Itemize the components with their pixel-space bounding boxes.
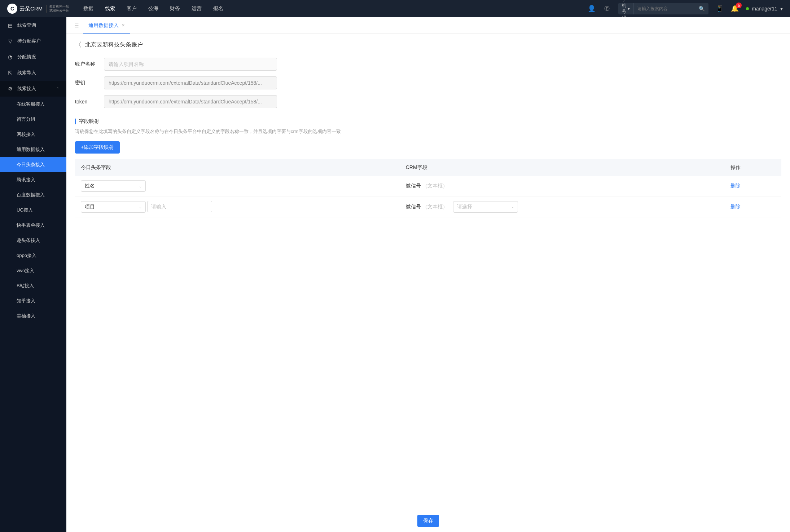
nav-item-2[interactable]: 客户 <box>127 0 137 17</box>
tab-0[interactable]: 通用数据接入✕ <box>83 17 130 34</box>
sidebar-sub-8[interactable]: 快手表单接入 <box>0 218 66 233</box>
sidebar-sub-7[interactable]: UC接入 <box>0 203 66 218</box>
search-input[interactable] <box>634 6 695 11</box>
sidebar-item-3[interactable]: ⇱线索导入 <box>0 65 66 81</box>
account-name-input[interactable] <box>104 58 277 71</box>
sidebar-sub-6[interactable]: 百度数据接入 <box>0 187 66 203</box>
save-button[interactable]: 保存 <box>417 515 439 527</box>
section-title: 字段映射 <box>75 118 781 125</box>
page-title: 北京昱新科技头条账户 <box>85 41 143 49</box>
sidebar-icon: ◔ <box>7 54 13 60</box>
sidebar-sub-9[interactable]: 趣头条接入 <box>0 233 66 248</box>
tt-field-select[interactable]: 姓名⌄ <box>81 180 146 192</box>
table-header-1: CRM字段 <box>400 159 725 176</box>
table-row: 项目⌄ 微信号（文本框） 请选择⌄删除 <box>75 196 781 217</box>
search-box: 手机号码 ▾ 🔍 <box>618 3 708 14</box>
table-header-2: 操作 <box>725 159 781 176</box>
chevron-down-icon: ⌄ <box>139 205 142 209</box>
chevron-icon: ⌃ <box>56 87 59 91</box>
delete-button[interactable]: 删除 <box>730 204 741 209</box>
logo: C 云朵CRM 教育机构一站 式服务云平台 <box>7 4 69 14</box>
token-input[interactable] <box>104 95 277 108</box>
bell-icon[interactable]: 🔔 5 <box>731 5 739 13</box>
header-right: 📱 🔔 5 manager11 ▾ <box>716 5 783 13</box>
logo-text: 云朵CRM <box>19 5 43 12</box>
sidebar-sub-14[interactable]: 美柚接入 <box>0 309 66 324</box>
table-row: 姓名⌄微信号（文本框）删除 <box>75 176 781 196</box>
mobile-icon[interactable]: 📱 <box>716 5 724 13</box>
sidebar-item-0[interactable]: ▤线索查询 <box>0 17 66 33</box>
content-area: 〈 北京昱新科技头条账户 账户名称 密钥 token 字段映射 请确保您在此填写… <box>66 34 790 532</box>
header-quickicons: 👤 ✆ <box>588 5 610 13</box>
sidebar: ▤线索查询▽待分配客户◔分配情况⇱线索导入⚙线索接入⌃在线客服接入留言分组网校接… <box>0 17 66 532</box>
footer-bar: 保存 <box>66 509 790 532</box>
sidebar-item-1[interactable]: ▽待分配客户 <box>0 33 66 49</box>
account-name-label: 账户名称 <box>75 61 104 67</box>
user-add-icon[interactable]: 👤 <box>588 5 596 13</box>
sidebar-sub-3[interactable]: 通用数据接入 <box>0 142 66 157</box>
nav-item-4[interactable]: 财务 <box>170 0 180 17</box>
section-hint: 请确保您在此填写的头条自定义字段名称与在今日头条平台中自定义的字段名称一致，并且… <box>75 128 781 135</box>
nav-item-5[interactable]: 运营 <box>192 0 202 17</box>
menu-toggle-icon[interactable]: ☰ <box>70 23 83 28</box>
sidebar-icon: ⚙ <box>7 86 13 92</box>
add-field-mapping-button[interactable]: +添加字段映射 <box>75 141 120 154</box>
extra-input[interactable] <box>147 201 212 212</box>
sidebar-sub-0[interactable]: 在线客服接入 <box>0 97 66 112</box>
top-header: C 云朵CRM 教育机构一站 式服务云平台 数据线索客户公海财务运营报名 👤 ✆… <box>0 0 790 17</box>
close-icon[interactable]: ✕ <box>122 23 125 28</box>
back-icon[interactable]: 〈 <box>75 40 82 49</box>
sidebar-icon: ▽ <box>7 38 13 44</box>
main-content: ☰ 通用数据接入✕ 〈 北京昱新科技头条账户 账户名称 密钥 token <box>66 17 790 532</box>
tab-bar: ☰ 通用数据接入✕ <box>66 17 790 34</box>
section-bar-icon <box>75 119 76 124</box>
token-label: token <box>75 99 104 105</box>
crm-field-type: （文本框） <box>422 183 448 189</box>
table-header-0: 今日头条字段 <box>75 159 400 176</box>
sidebar-sub-2[interactable]: 网校接入 <box>0 127 66 142</box>
user-menu[interactable]: manager11 ▾ <box>746 6 783 12</box>
page-header: 〈 北京昱新科技头条账户 <box>75 40 781 49</box>
sidebar-item-2[interactable]: ◔分配情况 <box>0 49 66 65</box>
chevron-down-icon: ⌄ <box>511 205 514 209</box>
chevron-down-icon: ⌄ <box>139 184 142 188</box>
crm-field-name: 微信号 <box>406 204 421 210</box>
sidebar-sub-1[interactable]: 留言分组 <box>0 112 66 127</box>
secret-label: 密钥 <box>75 80 104 86</box>
nav-item-6[interactable]: 报名 <box>213 0 223 17</box>
crm-field-name: 微信号 <box>406 183 421 189</box>
field-mapping-table: 今日头条字段CRM字段操作 姓名⌄微信号（文本框）删除项目⌄ 微信号（文本框） … <box>75 159 781 217</box>
status-dot-icon <box>746 7 749 10</box>
sidebar-sub-5[interactable]: 腾讯接入 <box>0 172 66 187</box>
nav-item-0[interactable]: 数据 <box>83 0 93 17</box>
chevron-down-icon: ▾ <box>780 6 783 12</box>
logo-icon: C <box>7 4 17 14</box>
sidebar-icon: ⇱ <box>7 70 13 76</box>
sidebar-sub-12[interactable]: B站接入 <box>0 278 66 293</box>
sidebar-sub-10[interactable]: oppo接入 <box>0 248 66 263</box>
logo-subtitle: 教育机构一站 式服务云平台 <box>46 5 69 13</box>
search-icon[interactable]: 🔍 <box>695 6 708 12</box>
sidebar-sub-13[interactable]: 知乎接入 <box>0 293 66 309</box>
nav-item-1[interactable]: 线索 <box>105 0 115 17</box>
notification-badge: 5 <box>736 3 742 8</box>
top-nav: 数据线索客户公海财务运营报名 <box>83 0 579 17</box>
sidebar-sub-4[interactable]: 今日头条接入 <box>0 157 66 172</box>
search-type-select[interactable]: 手机号码 ▾ <box>618 3 634 14</box>
secret-input[interactable] <box>104 76 277 89</box>
crm-value-select[interactable]: 请选择⌄ <box>453 201 518 213</box>
sidebar-item-4[interactable]: ⚙线索接入⌃ <box>0 81 66 97</box>
delete-button[interactable]: 删除 <box>730 183 741 189</box>
nav-item-3[interactable]: 公海 <box>148 0 158 17</box>
username: manager11 <box>752 6 777 12</box>
chevron-down-icon: ▾ <box>628 6 630 11</box>
sidebar-icon: ▤ <box>7 22 13 28</box>
sidebar-sub-11[interactable]: vivo接入 <box>0 263 66 278</box>
crm-field-type: （文本框） <box>422 204 448 210</box>
phone-icon[interactable]: ✆ <box>604 5 610 13</box>
tt-field-select[interactable]: 项目⌄ <box>81 201 146 213</box>
